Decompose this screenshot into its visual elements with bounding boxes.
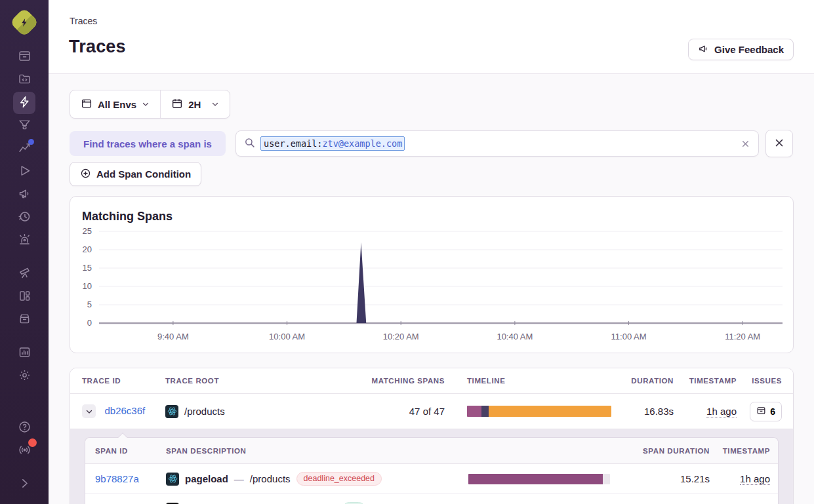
col-span-description: Span Description bbox=[166, 447, 468, 455]
sidebar-item-replays[interactable] bbox=[13, 161, 35, 183]
svg-text:10:00 AM: 10:00 AM bbox=[269, 332, 305, 341]
funnel-icon bbox=[18, 118, 31, 134]
breadcrumb[interactable]: Traces bbox=[70, 16, 97, 26]
token-value: ztv@example.com bbox=[322, 138, 402, 149]
span-id-link[interactable]: 9b78827a bbox=[95, 473, 139, 484]
sentry-logo[interactable] bbox=[11, 9, 37, 35]
svg-text:11:00 AM: 11:00 AM bbox=[611, 332, 647, 341]
span-duration-bar[interactable] bbox=[468, 474, 610, 484]
span-search-input[interactable]: user.email:ztv@example.com bbox=[235, 130, 759, 157]
add-span-condition-label: Add Span Condition bbox=[96, 168, 191, 180]
col-span-duration: Span Duration bbox=[626, 447, 710, 455]
spans-table: Span ID Span Description Span Duration T… bbox=[85, 437, 779, 504]
col-span-timestamp: Timestamp bbox=[710, 447, 770, 455]
sidebar-item-whats-new[interactable] bbox=[13, 440, 35, 462]
span-separator: — bbox=[234, 473, 244, 484]
trace-id-link[interactable]: db26c36f bbox=[104, 405, 145, 416]
matching-spans-chart[interactable]: 05101520259:40 AM10:00 AM10:20 AM10:40 A… bbox=[70, 197, 793, 353]
trace-issues-button[interactable]: 6 bbox=[750, 402, 782, 421]
col-span-id: Span ID bbox=[95, 447, 166, 455]
svg-text:10:20 AM: 10:20 AM bbox=[383, 332, 419, 341]
traces-table-header: Trace ID Trace Root Matching Spans Timel… bbox=[70, 368, 793, 394]
svg-text:11:20 AM: 11:20 AM bbox=[725, 332, 760, 341]
sidebar-item-dashboards[interactable] bbox=[13, 286, 35, 308]
chevron-down-icon bbox=[142, 99, 150, 110]
col-matching-spans: Matching Spans bbox=[363, 377, 445, 385]
svg-text:15: 15 bbox=[83, 263, 92, 273]
new-feature-dot-badge bbox=[28, 139, 34, 145]
code-folder-icon bbox=[18, 72, 31, 88]
sidebar-collapse-toggle[interactable] bbox=[13, 473, 35, 495]
gear-icon bbox=[18, 368, 31, 385]
play-icon bbox=[18, 164, 31, 180]
react-icon bbox=[166, 473, 179, 486]
col-duration: Duration bbox=[627, 377, 674, 385]
trace-root-name[interactable]: /products bbox=[184, 406, 225, 417]
history-clock-icon bbox=[18, 210, 31, 226]
help-icon bbox=[18, 420, 31, 436]
bar-chart-icon bbox=[18, 345, 31, 362]
megaphone-icon bbox=[18, 187, 31, 203]
sidebar-item-discover[interactable] bbox=[13, 263, 35, 285]
sidebar-item-feedback[interactable] bbox=[13, 184, 35, 206]
span-op: pageload bbox=[185, 473, 228, 484]
telescope-icon bbox=[18, 266, 31, 282]
trace-timeline-bar[interactable] bbox=[467, 406, 611, 417]
trace-issues-count: 6 bbox=[770, 406, 775, 417]
expand-chevron-icon bbox=[18, 476, 31, 493]
inbox-icon bbox=[18, 49, 31, 66]
trace-spans-section: Span ID Span Description Span Duration T… bbox=[70, 429, 793, 504]
matching-spans-panel: Matching Spans 05101520259:40 AM10:00 AM… bbox=[70, 196, 794, 353]
collapse-trace-button[interactable] bbox=[82, 404, 96, 418]
col-trace-id: Trace ID bbox=[82, 377, 165, 385]
token-key: user.email: bbox=[264, 138, 322, 149]
dashboard-grid-icon bbox=[18, 289, 31, 305]
sentry-logo-bolt-icon bbox=[11, 9, 37, 35]
svg-text:25: 25 bbox=[83, 226, 92, 236]
megaphone-icon bbox=[698, 43, 709, 56]
sidebar-item-releases[interactable] bbox=[13, 206, 35, 229]
span-duration: 15.21s bbox=[626, 473, 710, 484]
window-icon bbox=[81, 98, 92, 111]
sidebar-item-crons[interactable] bbox=[13, 309, 35, 331]
give-feedback-label: Give Feedback bbox=[714, 44, 784, 55]
trace-row: db26c36f /products 47 of 47 16.83s 1h ag… bbox=[70, 394, 793, 429]
give-feedback-button[interactable]: Give Feedback bbox=[688, 39, 794, 60]
svg-text:10: 10 bbox=[83, 281, 92, 291]
clear-x-icon[interactable] bbox=[741, 139, 750, 149]
close-x-icon bbox=[773, 137, 785, 151]
span-description: /products bbox=[250, 473, 291, 484]
environment-selector[interactable]: All Envs bbox=[70, 90, 160, 118]
add-span-condition-button[interactable]: Add Span Condition bbox=[70, 162, 201, 186]
archive-box-icon bbox=[18, 312, 31, 328]
page-header: Traces Traces Give Feedback bbox=[49, 0, 814, 74]
sidebar bbox=[0, 0, 49, 504]
sidebar-item-insights[interactable] bbox=[13, 115, 35, 137]
page-title: Traces bbox=[69, 37, 126, 57]
traces-table: Trace ID Trace Root Matching Spans Timel… bbox=[70, 368, 794, 504]
span-timestamp[interactable]: 1h ago bbox=[740, 473, 770, 485]
sidebar-item-performance[interactable] bbox=[13, 138, 35, 160]
sidebar-item-issues[interactable] bbox=[13, 46, 35, 68]
issues-icon bbox=[756, 406, 766, 417]
sidebar-item-stats[interactable] bbox=[13, 342, 35, 364]
span-status-badge: deadline_exceeded bbox=[296, 472, 382, 486]
col-trace-root: Trace Root bbox=[165, 377, 363, 385]
sidebar-item-traces[interactable] bbox=[13, 92, 35, 114]
sidebar-item-projects[interactable] bbox=[13, 69, 35, 91]
trace-duration: 16.83s bbox=[627, 406, 674, 417]
sidebar-item-help[interactable] bbox=[13, 417, 35, 439]
svg-text:20: 20 bbox=[83, 244, 92, 254]
time-range-selector[interactable]: 2H bbox=[161, 90, 230, 118]
chevron-down-icon bbox=[211, 99, 219, 110]
calendar-icon bbox=[171, 98, 183, 111]
svg-text:0: 0 bbox=[87, 318, 92, 328]
span-row: 9b78827a pageload — /products deadline_e… bbox=[85, 464, 778, 494]
sidebar-item-alerts[interactable] bbox=[13, 229, 35, 252]
react-icon bbox=[165, 405, 178, 418]
sidebar-item-settings[interactable] bbox=[13, 365, 35, 387]
remove-condition-button[interactable] bbox=[765, 130, 793, 157]
search-filter-token[interactable]: user.email:ztv@example.com bbox=[260, 136, 405, 151]
main-content: Traces Traces Give Feedback All Envs 2H … bbox=[49, 0, 814, 504]
trace-timestamp[interactable]: 1h ago bbox=[706, 406, 737, 417]
